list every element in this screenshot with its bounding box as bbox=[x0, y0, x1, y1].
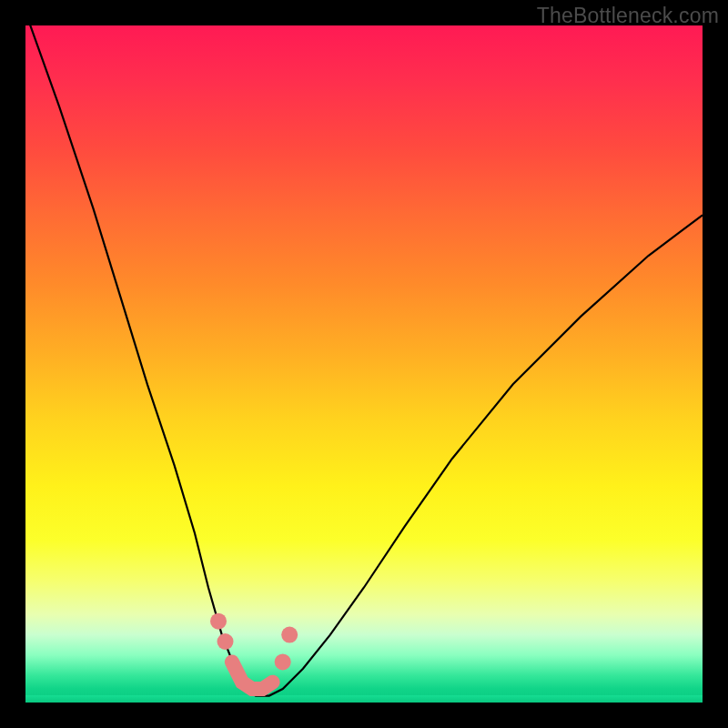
chart-frame bbox=[25, 25, 703, 703]
svg-point-2 bbox=[275, 653, 291, 670]
svg-point-0 bbox=[210, 613, 227, 630]
svg-point-3 bbox=[281, 627, 298, 643]
chart-plot-area bbox=[25, 25, 703, 703]
bottleneck-curve bbox=[25, 25, 703, 696]
svg-point-1 bbox=[217, 633, 234, 650]
watermark-text: TheBottleneck.com bbox=[537, 4, 719, 28]
chart-svg bbox=[25, 25, 703, 703]
selected-range-markers bbox=[210, 613, 298, 689]
